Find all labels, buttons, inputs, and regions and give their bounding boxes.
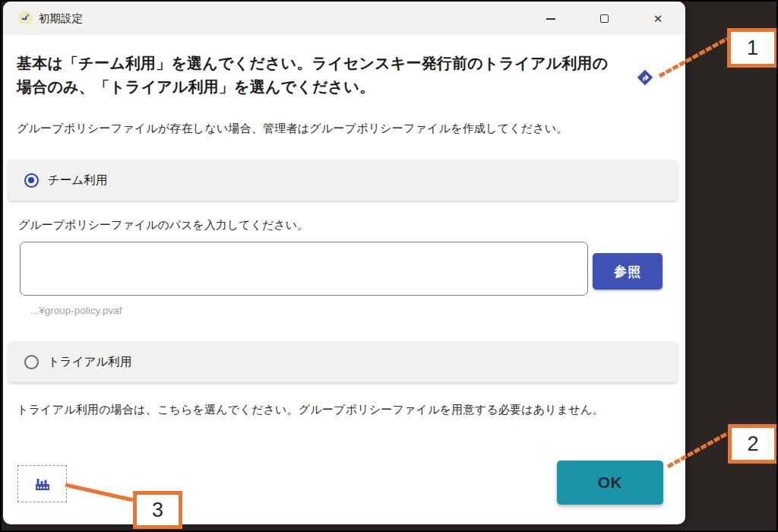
directions-icon[interactable] bbox=[637, 69, 653, 86]
close-button[interactable]: ✕ bbox=[640, 7, 675, 30]
radio-selected-icon[interactable] bbox=[24, 173, 39, 188]
annotation-box-1: 1 bbox=[727, 28, 778, 68]
radio-unselected-icon[interactable] bbox=[24, 355, 39, 369]
trial-option-label: トライアル利用 bbox=[48, 354, 131, 370]
factory-button[interactable] bbox=[17, 465, 67, 502]
team-option-label: チーム利用 bbox=[48, 173, 107, 188]
path-input-label: グループポリシーファイルのパスを入力してください。 bbox=[18, 218, 308, 233]
maximize-button[interactable] bbox=[587, 7, 621, 30]
screenshot-root: 初期設定 ✕ 基本は「チーム利用」を選んでください。ライセンスキー発行前のトライ… bbox=[0, 0, 778, 532]
minimize-icon bbox=[546, 18, 555, 20]
dialog-heading: 基本は「チーム利用」を選んでください。ライセンスキー発行前のトライアル利用の 場… bbox=[17, 52, 625, 99]
browse-button[interactable]: 参照 bbox=[593, 253, 663, 290]
title-bar: 初期設定 ✕ bbox=[3, 2, 685, 35]
ok-button[interactable]: OK bbox=[557, 461, 663, 505]
team-option-row[interactable]: チーム利用 bbox=[8, 160, 678, 201]
trial-note: トライアル利用の場合は、こちらを選んでください。グループポリシーファイルを用意す… bbox=[17, 403, 604, 417]
annotation-box-2: 2 bbox=[728, 424, 778, 464]
app-icon bbox=[18, 11, 33, 25]
maximize-icon bbox=[600, 14, 609, 23]
path-hint-text: ...¥group-policy.pvaf bbox=[30, 305, 122, 316]
close-icon: ✕ bbox=[653, 13, 663, 24]
annotation-box-3: 3 bbox=[133, 491, 182, 529]
window-title: 初期設定 bbox=[39, 11, 83, 26]
policy-note: グループポリシーファイルが存在しない場合、管理者はグループポリシーファイルを作成… bbox=[17, 122, 568, 136]
dialog-window: 初期設定 ✕ 基本は「チーム利用」を選んでください。ライセンスキー発行前のトライ… bbox=[3, 2, 685, 524]
policy-path-input[interactable] bbox=[20, 242, 588, 296]
trial-option-row[interactable]: トライアル利用 bbox=[8, 341, 678, 382]
minimize-button[interactable] bbox=[533, 7, 568, 30]
factory-icon bbox=[33, 475, 52, 493]
